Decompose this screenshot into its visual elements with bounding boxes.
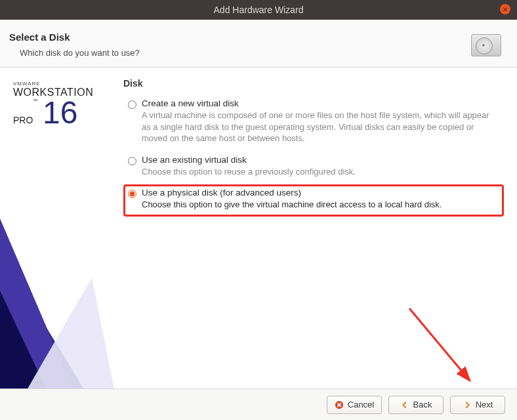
option-label: Create a new virtual disk <box>142 98 498 108</box>
option-existing-disk[interactable]: Use an existing virtual disk Choose this… <box>123 152 504 184</box>
logo-version: 16 <box>43 98 77 127</box>
logo-brand: VMWARE <box>13 81 117 87</box>
cancel-icon <box>335 400 344 410</box>
sidebar: VMWARE WORKSTATION PRO™ 16 <box>0 68 117 402</box>
option-label: Use a physical disk (for advanced users) <box>142 188 498 198</box>
option-physical-disk[interactable]: Use a physical disk (for advanced users)… <box>123 184 504 217</box>
sidebar-art <box>0 192 117 402</box>
cancel-button[interactable]: Cancel <box>327 396 382 414</box>
back-button[interactable]: Back <box>388 396 444 414</box>
section-heading: Disk <box>123 78 504 89</box>
main-area: VMWARE WORKSTATION PRO™ 16 Disk Create a… <box>0 68 517 402</box>
chevron-left-icon <box>400 400 409 410</box>
vmware-logo: VMWARE WORKSTATION PRO™ 16 <box>4 81 117 127</box>
next-label: Next <box>476 400 493 410</box>
option-desc: Choose this option to reuse a previously… <box>142 166 498 178</box>
page-subtitle: Which disk do you want to use? <box>20 48 140 58</box>
page-title: Select a Disk <box>9 32 140 43</box>
option-desc: Choose this option to give the virtual m… <box>142 199 498 211</box>
option-label: Use an existing virtual disk <box>142 155 498 165</box>
radio-physical-disk[interactable] <box>128 190 136 198</box>
logo-tm: ™ <box>33 98 37 103</box>
radio-existing-disk[interactable] <box>128 157 136 165</box>
titlebar: Add Hardware Wizard ✕ <box>0 0 517 20</box>
cancel-label: Cancel <box>348 400 374 410</box>
content-panel: Disk Create a new virtual disk A virtual… <box>117 68 517 402</box>
footer: Cancel Back Next <box>0 388 517 420</box>
next-button[interactable]: Next <box>450 396 505 414</box>
window-title: Add Hardware Wizard <box>214 5 304 15</box>
wizard-header: Select a Disk Which disk do you want to … <box>0 20 517 68</box>
logo-edition: PRO <box>13 115 33 125</box>
chevron-right-icon <box>463 400 472 410</box>
option-create-new-disk[interactable]: Create a new virtual disk A virtual mach… <box>123 95 504 150</box>
hard-disk-icon <box>471 34 501 56</box>
close-icon[interactable]: ✕ <box>500 4 510 14</box>
radio-create-new-disk[interactable] <box>128 100 136 109</box>
option-desc: A virtual machine is composed of one or … <box>142 110 498 144</box>
back-label: Back <box>413 400 432 410</box>
